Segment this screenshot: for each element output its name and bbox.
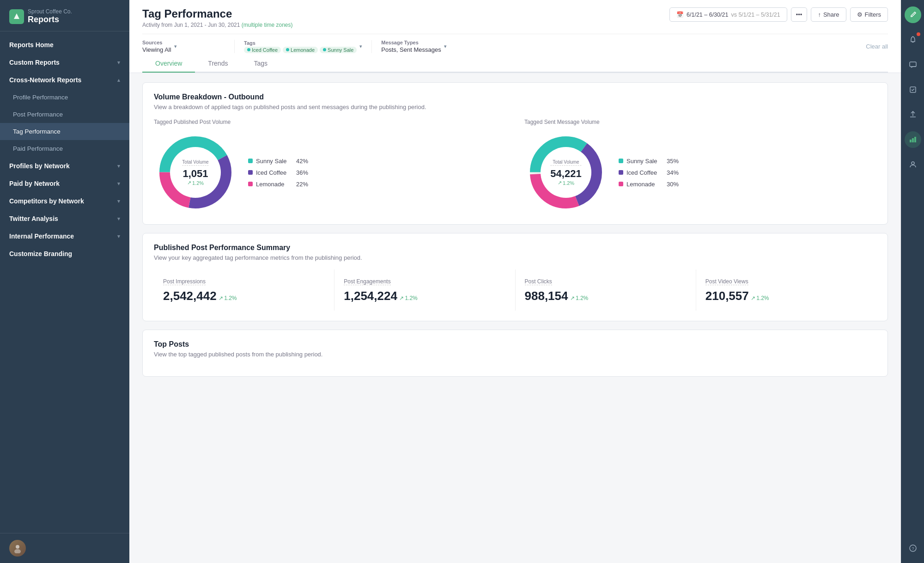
icon-rail: ? <box>901 0 924 563</box>
page-title: Tag Performance <box>142 7 292 20</box>
sent-chart-inner: Total Volume 54,221 1.2% <box>524 131 876 214</box>
sidebar-item-paid-performance[interactable]: Paid Performance <box>0 140 129 157</box>
chevron-down-icon: ▾ <box>117 216 120 222</box>
tag-sunny-sale: Sunny Sale <box>320 47 357 53</box>
compose-button[interactable] <box>905 6 921 23</box>
avatar[interactable] <box>9 540 26 557</box>
sent-legend: Sunny Sale 35% Iced Coffee 34% <box>619 158 679 188</box>
svg-rect-12 <box>912 42 914 43</box>
metric-post-video-views: Post Video Views 210,557 1.2% <box>696 269 876 311</box>
chevron-down-icon: ▾ <box>117 163 120 169</box>
legend-item: Iced Coffee 36% <box>248 169 308 176</box>
calendar-icon: 📅 <box>676 11 684 18</box>
message-types-filter[interactable]: Message Types Posts, Sent Messages ▾ <box>381 40 474 53</box>
svg-text:?: ? <box>912 546 914 551</box>
main-content: Tag Performance Activity from Jun 1, 202… <box>129 0 901 563</box>
tab-tags[interactable]: Tags <box>241 55 280 73</box>
notifications-button[interactable] <box>905 31 921 48</box>
sidebar-item-customize-branding[interactable]: Customize Branding <box>0 245 129 263</box>
chevron-up-icon: ▴ <box>117 77 120 83</box>
content-area: Volume Breakdown - Outbound View a break… <box>129 73 901 563</box>
metric-post-clicks: Post Clicks 988,154 1.2% <box>516 269 696 311</box>
app-name: Reports <box>28 15 72 24</box>
top-posts-title: Top Posts <box>154 340 876 349</box>
sent-donut-center: Total Volume 54,221 1.2% <box>550 159 581 186</box>
sidebar-nav: Reports Home Custom Reports ▾ Cross-Netw… <box>0 31 129 533</box>
sidebar-item-paid-by-network[interactable]: Paid by Network ▾ <box>0 175 129 192</box>
help-button[interactable]: ? <box>905 540 921 557</box>
sidebar-item-cross-network[interactable]: Cross-Network Reports ▴ <box>0 71 129 89</box>
tag-lemonade: Lemonade <box>283 47 318 53</box>
tasks-button[interactable] <box>905 81 921 98</box>
chevron-down-icon: ▾ <box>117 233 120 239</box>
analytics-button[interactable] <box>905 131 921 148</box>
more-button[interactable]: ••• <box>791 7 808 22</box>
tab-trends[interactable]: Trends <box>195 55 241 73</box>
sidebar-item-custom-reports[interactable]: Custom Reports ▾ <box>0 54 129 71</box>
sent-donut: Total Volume 54,221 1.2% <box>524 131 608 214</box>
svg-point-0 <box>16 545 19 549</box>
sidebar-item-internal-performance[interactable]: Internal Performance ▾ <box>0 227 129 245</box>
share-button[interactable]: ↑ Share <box>811 7 846 22</box>
sources-label: Sources <box>142 40 171 45</box>
filters-button[interactable]: ⚙ Filters <box>850 7 888 22</box>
purple-dot <box>248 170 253 175</box>
trend-up-icon <box>399 295 404 301</box>
volume-breakdown-desc: View a breakdown of applied tags on publ… <box>154 104 876 110</box>
metric-post-impressions: Post Impressions 2,542,442 1.2% <box>154 269 334 311</box>
volume-breakdown-card: Volume Breakdown - Outbound View a break… <box>142 82 888 225</box>
svg-point-18 <box>912 162 914 165</box>
teal-dot <box>619 159 623 163</box>
publish-button[interactable] <box>905 106 921 123</box>
legend-item: Lemonade 30% <box>619 181 679 188</box>
sidebar-item-tag-performance[interactable]: Tag Performance <box>0 123 129 140</box>
published-summary-card: Published Post Performance Summary View … <box>142 233 888 321</box>
chevron-down-icon: ▾ <box>174 43 177 49</box>
sidebar-item-profiles-by-network[interactable]: Profiles by Network ▾ <box>0 157 129 175</box>
pink-dot <box>248 182 253 186</box>
top-posts-card: Top Posts View the top tagged published … <box>142 330 888 377</box>
messages-button[interactable] <box>905 56 921 73</box>
company-name: Sprout Coffee Co. <box>28 8 72 15</box>
trend-up-icon <box>570 295 575 301</box>
date-range-button[interactable]: 📅 6/1/21 – 6/30/21 vs 5/1/21 – 5/31/21 <box>669 7 787 22</box>
published-chart-inner: Total Volume 1,051 1.2% <box>154 131 506 214</box>
top-posts-desc: View the top tagged published posts from… <box>154 351 876 358</box>
clear-all-button[interactable]: Clear all <box>866 43 888 50</box>
tab-bar: Overview Trends Tags <box>142 55 888 73</box>
trend-up-icon <box>558 180 562 186</box>
timezone-note: (multiple time zones) <box>242 22 293 28</box>
social-button[interactable] <box>905 156 921 173</box>
svg-point-1 <box>14 549 21 553</box>
metrics-row: Post Impressions 2,542,442 1.2% Post Eng… <box>154 269 876 311</box>
published-legend: Sunny Sale 42% Iced Coffee 36% <box>248 158 308 188</box>
sidebar-item-post-performance[interactable]: Post Performance <box>0 106 129 123</box>
volume-breakdown-title: Volume Breakdown - Outbound <box>154 93 876 101</box>
svg-rect-17 <box>914 137 916 142</box>
page-header: Tag Performance Activity from Jun 1, 202… <box>129 0 901 73</box>
purple-dot <box>619 170 623 175</box>
published-donut: Total Volume 1,051 1.2% <box>154 131 237 214</box>
legend-item: Iced Coffee 34% <box>619 169 679 176</box>
tags-filter[interactable]: Tags Iced Coffee Lemonade Sunny Sale <box>244 40 372 53</box>
page-subtitle: Activity from Jun 1, 2021 - Jun 30, 2021… <box>142 22 292 28</box>
sidebar-item-twitter-analysis[interactable]: Twitter Analysis ▾ <box>0 210 129 227</box>
chevron-down-icon: ▾ <box>117 198 120 204</box>
sidebar-item-competitors-by-network[interactable]: Competitors by Network ▾ <box>0 192 129 210</box>
svg-rect-13 <box>910 62 916 67</box>
metric-post-engagements: Post Engagements 1,254,224 1.2% <box>334 269 515 311</box>
header-actions: 📅 6/1/21 – 6/30/21 vs 5/1/21 – 5/31/21 •… <box>669 7 888 22</box>
published-summary-title: Published Post Performance Summary <box>154 244 876 252</box>
brand-header: Sprout Coffee Co. Reports <box>0 0 129 31</box>
legend-item: Lemonade 22% <box>248 181 308 188</box>
title-block: Tag Performance Activity from Jun 1, 202… <box>142 7 292 28</box>
trend-up-icon <box>187 180 191 186</box>
sidebar-item-reports-home[interactable]: Reports Home <box>0 36 129 54</box>
published-chart-section: Tagged Published Post Volume <box>154 119 506 214</box>
tab-overview[interactable]: Overview <box>142 55 195 73</box>
sidebar-item-profile-performance[interactable]: Profile Performance <box>0 89 129 106</box>
chevron-down-icon: ▾ <box>444 43 447 49</box>
published-summary-desc: View your key aggregated tag performance… <box>154 254 876 261</box>
pink-dot <box>619 182 623 186</box>
sources-filter[interactable]: Sources Viewing All ▾ <box>142 40 235 53</box>
